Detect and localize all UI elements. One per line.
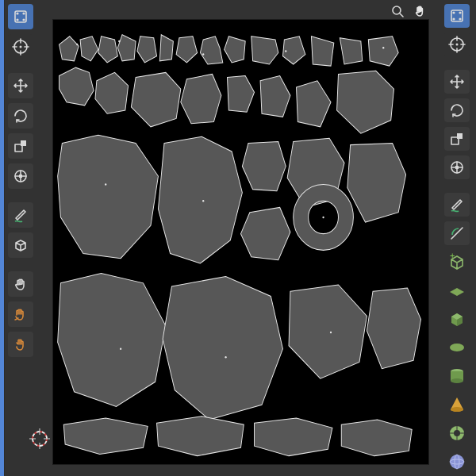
edit-select-icon [449, 8, 465, 24]
add-sphere-button[interactable] [444, 450, 470, 474]
svg-point-86 [450, 344, 464, 351]
uv-header-toolbar [5, 0, 36, 476]
svg-marker-25 [225, 36, 245, 63]
hand-icon [13, 276, 29, 292]
3d-cursor-button[interactable] [444, 33, 470, 56]
move-tool[interactable] [8, 73, 33, 98]
svg-point-72 [459, 11, 461, 13]
torus-slices-icon [447, 424, 466, 443]
cube-icon [13, 237, 29, 253]
uv-editor-viewport[interactable] [36, 0, 432, 476]
svg-marker-34 [181, 74, 221, 123]
svg-rect-84 [455, 166, 459, 169]
svg-text:+: + [450, 251, 455, 260]
cube-outline-icon: + [447, 251, 467, 272]
svg-marker-50 [157, 416, 244, 456]
pinch-tool[interactable] [8, 332, 33, 357]
svg-marker-32 [95, 72, 129, 113]
svg-marker-30 [368, 36, 398, 66]
scale-3d-tool[interactable] [444, 127, 470, 151]
cylinder-icon [447, 367, 466, 386]
move-3d-tool[interactable] [444, 70, 470, 94]
annotate-3d-tool[interactable] [444, 193, 470, 217]
add-plane-button[interactable] [444, 278, 470, 302]
viewport-zoom-button[interactable] [388, 2, 407, 21]
svg-marker-23 [176, 36, 197, 63]
add-cylinder-button[interactable] [444, 364, 470, 388]
add-torus-button[interactable] [444, 421, 470, 445]
measure-tool[interactable] [444, 221, 470, 245]
add-cone-button[interactable] [444, 393, 470, 416]
svg-point-60 [322, 217, 324, 218]
cube-projection-tool[interactable] [8, 232, 33, 258]
move-arrows-icon [13, 78, 29, 94]
svg-marker-20 [117, 35, 136, 61]
viewport-pan-button[interactable] [410, 2, 429, 21]
svg-point-2 [22, 12, 25, 14]
add-box-button[interactable] [444, 307, 470, 331]
svg-rect-14 [19, 175, 22, 178]
svg-marker-19 [98, 36, 118, 63]
svg-marker-45 [58, 273, 166, 406]
svg-point-61 [120, 348, 121, 350]
uv-select-mode-button[interactable] [8, 4, 33, 29]
svg-marker-43 [347, 144, 406, 223]
svg-marker-31 [60, 67, 94, 106]
annotate-tool[interactable] [8, 202, 33, 228]
cone-icon [447, 395, 466, 414]
move-arrows-icon [449, 74, 465, 90]
svg-marker-49 [63, 418, 148, 455]
svg-marker-44 [241, 207, 290, 259]
add-cube-button[interactable]: + [444, 250, 470, 274]
svg-marker-33 [131, 72, 180, 126]
svg-marker-48 [367, 288, 420, 369]
grab-tool[interactable] [8, 271, 33, 297]
svg-point-10 [20, 46, 22, 48]
svg-point-71 [452, 11, 455, 13]
svg-marker-28 [311, 36, 333, 66]
svg-marker-22 [159, 35, 173, 61]
transform-3d-tool[interactable] [444, 155, 470, 179]
plane-icon [447, 281, 466, 300]
scale-box-icon [13, 138, 29, 154]
svg-marker-17 [60, 36, 79, 61]
svg-point-56 [285, 50, 286, 52]
svg-rect-82 [457, 133, 463, 139]
svg-marker-38 [337, 71, 394, 133]
svg-point-4 [22, 18, 25, 21]
svg-point-54 [118, 40, 120, 42]
transform-icon [13, 168, 29, 184]
svg-point-73 [452, 17, 455, 20]
svg-marker-24 [200, 36, 222, 64]
scale-tool[interactable] [8, 133, 33, 159]
uv-canvas[interactable] [52, 19, 429, 465]
svg-point-3 [16, 18, 18, 21]
svg-point-74 [459, 17, 461, 20]
transform-tool[interactable] [8, 163, 33, 189]
svg-point-57 [382, 47, 384, 48]
svg-line-16 [400, 13, 403, 17]
scale-box-icon [449, 131, 465, 147]
rotate-arcs-icon [449, 102, 465, 118]
panel-splitter[interactable] [432, 0, 438, 476]
svg-point-59 [202, 200, 204, 202]
svg-marker-29 [340, 38, 362, 64]
svg-point-55 [202, 53, 204, 55]
svg-point-1 [16, 12, 18, 14]
svg-marker-18 [80, 36, 98, 61]
transform-icon [449, 159, 465, 175]
sphere-icon [447, 452, 466, 471]
uv-cursor-button[interactable] [8, 34, 33, 60]
svg-point-58 [105, 183, 106, 185]
uv-select-icon [13, 9, 29, 25]
relax-tool[interactable] [8, 301, 33, 327]
svg-point-63 [330, 332, 332, 333]
svg-point-90 [451, 407, 463, 412]
rotate-tool[interactable] [8, 103, 33, 129]
svg-point-89 [451, 378, 463, 383]
add-circle-button[interactable] [444, 336, 470, 359]
rotate-3d-tool[interactable] [444, 98, 470, 122]
svg-marker-37 [297, 81, 332, 127]
pencil-wave-icon [13, 207, 29, 223]
edit-mode-select-button[interactable] [444, 4, 470, 28]
